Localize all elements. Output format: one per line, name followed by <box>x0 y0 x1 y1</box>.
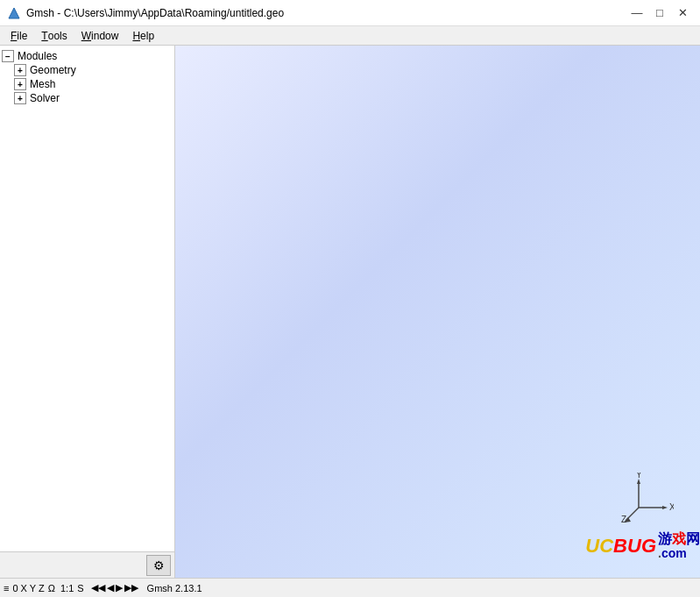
tree-item-modules[interactable]: − Modules <box>0 49 174 63</box>
menu-tools[interactable]: Tools <box>34 26 74 46</box>
sidebar: − Modules + Geometry + Mesh + Solver <box>0 46 175 578</box>
menu-help[interactable]: Help <box>125 26 161 46</box>
x-axis-label: X <box>669 502 674 512</box>
minimize-button[interactable]: — <box>626 4 647 22</box>
toggle-modules[interactable]: − <box>2 50 14 62</box>
status-menu-icon: ≡ <box>4 583 9 593</box>
svg-marker-4 <box>662 506 668 509</box>
watermark-you: 游 <box>658 531 672 547</box>
title-bar-left: Gmsh - C:\Users\Jimmy\AppData\Roaming/un… <box>7 6 284 20</box>
watermark-wan: 网 <box>686 531 700 547</box>
title-bar: Gmsh - C:\Users\Jimmy\AppData\Roaming/un… <box>0 0 700 26</box>
tree-item-mesh[interactable]: + Mesh <box>0 77 174 91</box>
status-nav-start[interactable]: ◀◀ <box>91 582 105 593</box>
viewport[interactable]: Y X Z UC BUG 游 戏 网 . com <box>175 46 700 578</box>
watermark-com: com <box>661 547 687 560</box>
window-title: Gmsh - C:\Users\Jimmy\AppData\Roaming/un… <box>26 7 284 19</box>
menu-file[interactable]: File <box>4 26 34 46</box>
close-button[interactable]: ✕ <box>672 4 693 22</box>
label-modules: Modules <box>18 50 57 62</box>
label-geometry: Geometry <box>30 64 76 76</box>
label-mesh: Mesh <box>30 78 55 90</box>
menu-bar: File Tools Window Help <box>0 26 700 46</box>
status-bar-content: ≡ 0 X Y Z Ω 1:1 S ◀◀ ◀ ▶ ▶▶ Gmsh 2.13.1 <box>4 582 696 593</box>
settings-button[interactable]: ⚙ <box>146 555 171 576</box>
watermark: UC BUG 游 戏 网 . com <box>585 531 700 560</box>
y-axis-label: Y <box>636 473 642 480</box>
status-nav-end[interactable]: ▶▶ <box>124 582 138 593</box>
axis-svg: Y X Z <box>621 473 674 525</box>
watermark-uc: UC <box>585 535 613 558</box>
status-coords: 0 X Y Z <box>12 583 44 593</box>
status-nav-prev[interactable]: ◀ <box>107 582 114 593</box>
toggle-solver[interactable]: + <box>14 92 26 104</box>
watermark-xi: 戏 <box>672 531 686 547</box>
svg-marker-0 <box>9 8 19 18</box>
bottom-toolbar: ⚙ <box>0 551 175 578</box>
maximize-button[interactable]: □ <box>649 4 670 22</box>
toggle-geometry[interactable]: + <box>14 64 26 76</box>
window-controls: — □ ✕ <box>626 4 693 22</box>
main-layout: − Modules + Geometry + Mesh + Solver <box>0 46 700 578</box>
app-icon <box>7 6 21 20</box>
menu-window[interactable]: Window <box>74 26 126 46</box>
status-scale: 1:1 <box>60 583 74 593</box>
status-s: S <box>77 583 83 593</box>
status-bar: ≡ 0 X Y Z Ω 1:1 S ◀◀ ◀ ▶ ▶▶ Gmsh 2.13.1 <box>0 578 700 597</box>
label-solver: Solver <box>30 92 60 104</box>
z-axis-label: Z <box>621 515 626 524</box>
tree-item-solver[interactable]: + Solver <box>0 91 174 105</box>
axis-indicator: Y X Z <box>621 473 674 525</box>
toggle-mesh[interactable]: + <box>14 78 26 90</box>
status-omega: Ω <box>48 583 55 593</box>
status-version: Gmsh 2.13.1 <box>147 583 202 593</box>
status-nav-next[interactable]: ▶ <box>116 582 123 593</box>
watermark-bug: BUG <box>613 535 656 558</box>
tree-item-geometry[interactable]: + Geometry <box>0 63 174 77</box>
